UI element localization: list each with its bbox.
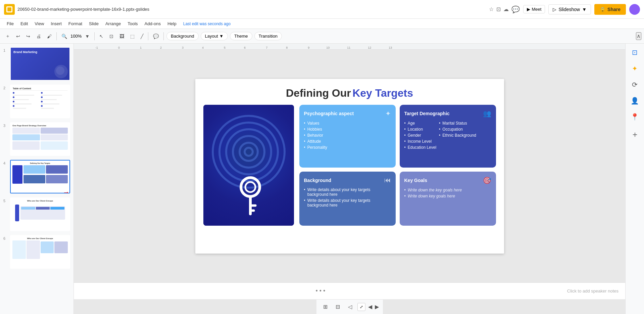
main-area: 1 Brand Marketing 2 Table of Content xyxy=(0,44,644,314)
zoom-dropdown[interactable]: ▼ xyxy=(82,32,92,40)
slide-num-2: 2 xyxy=(3,86,8,90)
maps-icon[interactable]: 📍 xyxy=(629,111,641,123)
menu-edit[interactable]: Edit xyxy=(18,20,31,27)
slide2-title-preview: Table of Content xyxy=(13,87,67,91)
slide4-title-preview: Defining Our Key Targets xyxy=(12,162,68,164)
folder-icon[interactable]: ⊡ xyxy=(496,6,501,12)
slide-num-6: 6 xyxy=(3,236,8,240)
line-tool[interactable]: ╱ xyxy=(138,32,146,40)
list-item: Location xyxy=(404,126,437,132)
slide-canvas-wrapper: Defining Our Key Targets xyxy=(74,50,625,282)
toolbar-collapse[interactable]: ∧ xyxy=(636,32,641,40)
text-select-tool[interactable]: ⊡ xyxy=(107,32,116,40)
slide1-title-preview: Brand Marketing xyxy=(13,50,67,54)
edit-timestamp: Last edit was seconds ago xyxy=(183,21,231,26)
menu-arrange[interactable]: Arrange xyxy=(103,20,123,27)
notes-placeholder[interactable]: Click to add speaker notes xyxy=(567,288,618,294)
slide-num-4: 4 xyxy=(3,161,8,165)
separator-2 xyxy=(94,32,95,40)
slides-panel: 1 Brand Marketing 2 Table of Content xyxy=(0,44,74,314)
slideshow-dropdown-icon[interactable]: ▼ xyxy=(582,7,587,12)
menu-slide[interactable]: Slide xyxy=(86,20,101,27)
transition-button[interactable]: Transition xyxy=(254,32,282,40)
svg-point-1 xyxy=(245,182,255,192)
slideshow-button[interactable]: ▷ Slideshow ▼ xyxy=(548,4,591,14)
card-psychographic-title: Psychographic aspect xyxy=(304,111,354,116)
card-background[interactable]: Background ⏮ Write details about your ke… xyxy=(299,172,396,226)
comments-panel-icon[interactable]: ⟳ xyxy=(630,79,640,91)
meet-button[interactable]: ▶ Meet xyxy=(523,5,545,13)
slide-preview-3[interactable]: One Page Brand Strategy Overview xyxy=(10,122,70,156)
menu-help[interactable]: Help xyxy=(165,20,179,27)
redo-button[interactable]: ↪ xyxy=(23,32,33,40)
slides-panel-icon[interactable]: ⊡ xyxy=(630,46,640,58)
slide-preview-1[interactable]: Brand Marketing xyxy=(10,47,70,81)
user-avatar[interactable] xyxy=(629,4,640,15)
slide-thumb-5[interactable]: 5 Who are Our Client Groups xyxy=(3,197,71,232)
panel-toggle-button[interactable]: ◁ xyxy=(345,302,355,311)
image-tool[interactable]: 🖼 xyxy=(117,32,127,40)
zoom-out-button[interactable]: 🔍 xyxy=(59,32,70,40)
slide6-title-preview: Who are Our Client Groups xyxy=(12,237,68,239)
add-button[interactable]: ＋ xyxy=(3,32,13,41)
explore-icon[interactable]: ✦ xyxy=(630,62,640,75)
slide-preview-2[interactable]: Table of Content xyxy=(10,85,70,118)
star-icon[interactable]: ☆ xyxy=(489,6,494,12)
slide-image xyxy=(203,105,294,226)
meet-icon: ▶ xyxy=(527,7,530,12)
list-item: Ethnic Background xyxy=(439,132,476,138)
card-goals-header: Key Goals 🎯 xyxy=(404,176,491,184)
slide-thumb-3[interactable]: 3 One Page Brand Strategy Overview xyxy=(3,122,71,156)
prev-slide-button[interactable]: ◀ xyxy=(368,304,372,310)
background-button[interactable]: Background xyxy=(166,32,198,40)
comments-button[interactable]: 💬 xyxy=(511,5,520,13)
next-slide-button[interactable]: ▶ xyxy=(375,304,379,310)
slide-canvas[interactable]: Defining Our Key Targets xyxy=(195,79,504,254)
paint-format-button[interactable]: 🖌 xyxy=(44,32,54,40)
undo-button[interactable]: ↩ xyxy=(13,32,23,40)
grid-view-button[interactable]: ⊞ xyxy=(320,302,330,311)
svg-point-0 xyxy=(241,178,260,196)
demographic-col1: Age Location Gender Income Level Educati… xyxy=(404,120,437,150)
menu-addons[interactable]: Add-ons xyxy=(142,20,163,27)
app-icon xyxy=(4,4,15,15)
slide-body: Psychographic aspect ✦ Values Hobbies Be… xyxy=(195,105,504,232)
layout-button[interactable]: Layout ▼ xyxy=(201,32,228,40)
card-psychographic[interactable]: Psychographic aspect ✦ Values Hobbies Be… xyxy=(299,105,396,168)
expand-button[interactable]: ⤢ xyxy=(357,303,365,311)
window-title: 20650-02-brand-marketing-powerpoint-temp… xyxy=(17,7,486,12)
list-item: Values xyxy=(304,120,391,126)
add-panel-icon[interactable]: ＋ xyxy=(629,127,641,142)
shape-tool[interactable]: ⬚ xyxy=(128,32,137,40)
card-goals[interactable]: Key Goals 🎯 Write down the key goals her… xyxy=(400,172,496,226)
slide-thumb-1[interactable]: 1 Brand Marketing xyxy=(3,46,71,81)
slide-thumb-6[interactable]: 6 Who are Our Client Groups xyxy=(3,234,71,269)
filmstrip-view-button[interactable]: ⊟ xyxy=(333,302,343,311)
slide-arrow-indicator: → xyxy=(63,188,69,196)
notes-expand-dots[interactable]: • • • xyxy=(315,287,325,295)
comment-tool[interactable]: 💬 xyxy=(150,32,161,40)
cursor-tool[interactable]: ↖ xyxy=(97,32,106,40)
slide-thumb-4[interactable]: 4 Defining Our Key Targets → xyxy=(3,159,71,194)
menu-view[interactable]: View xyxy=(32,20,47,27)
demographic-two-col: Age Location Gender Income Level Educati… xyxy=(404,120,491,150)
menu-file[interactable]: File xyxy=(4,20,16,27)
list-item: Hobbies xyxy=(304,126,391,132)
share-button[interactable]: 🔒 Share xyxy=(594,4,626,15)
cloud-icon[interactable]: ☁ xyxy=(503,6,509,12)
slide-preview-4[interactable]: Defining Our Key Targets xyxy=(10,160,70,193)
bottom-right: ⤢ ◀ ▶ xyxy=(357,303,379,311)
theme-button[interactable]: Theme xyxy=(230,32,252,40)
slide-preview-6[interactable]: Who are Our Client Groups xyxy=(10,235,70,269)
key-svg xyxy=(232,175,265,216)
slide-thumb-2[interactable]: 2 Table of Content xyxy=(3,84,71,119)
menu-insert[interactable]: Insert xyxy=(48,20,64,27)
linked-objects-icon[interactable]: 👤 xyxy=(629,95,641,107)
menu-format[interactable]: Format xyxy=(66,20,85,27)
slide-preview-5[interactable]: Who are Our Client Groups xyxy=(10,197,70,231)
card-demographic[interactable]: Target Demographic 👥 Age Location Gender… xyxy=(400,105,496,168)
print-button[interactable]: 🖨 xyxy=(34,32,44,40)
menu-tools[interactable]: Tools xyxy=(125,20,140,27)
notes-area: • • • Click to add speaker notes xyxy=(74,282,625,299)
list-item: Income Level xyxy=(404,138,437,144)
